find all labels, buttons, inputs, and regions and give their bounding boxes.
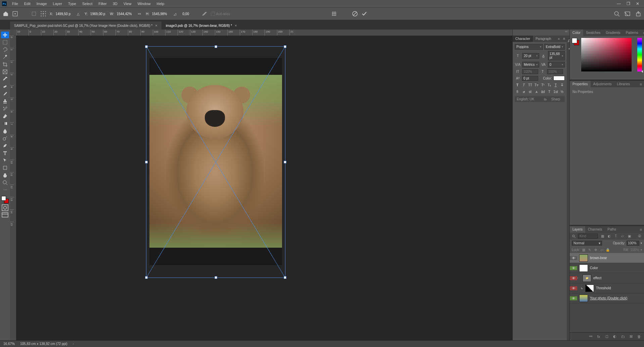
tab-paragraph[interactable]: Paragraph <box>533 36 554 42</box>
doc-tab-1[interactable]: SAMPLE_Pop_poster-psd-tshirt-SC.psd @ 16… <box>10 21 162 30</box>
layer-thumbnail[interactable] <box>579 295 588 302</box>
collapse-panels-icon[interactable]: ‹‹ <box>565 30 567 33</box>
color-fgbg-swatch[interactable] <box>572 38 579 45</box>
superscript[interactable]: T¹ <box>540 82 546 88</box>
properties-panel-menu[interactable]: ≡ <box>638 81 644 87</box>
tab-layers[interactable]: Layers <box>570 226 585 233</box>
link-wh-icon[interactable]: ⚯ <box>136 11 142 17</box>
tab-character[interactable]: Character <box>513 36 533 42</box>
lock-pixels-icon[interactable]: ✎ <box>588 248 592 252</box>
transform-handle-br[interactable] <box>284 276 286 279</box>
transform-handle-tl[interactable] <box>145 45 148 48</box>
lock-all-icon[interactable]: ▦ <box>582 248 586 252</box>
tab-swatches[interactable]: Swatches <box>583 30 603 36</box>
font-weight-select[interactable]: ExtraBold▾ <box>544 44 565 50</box>
menu-window[interactable]: Window <box>135 1 153 7</box>
leading-input[interactable]: 135,68 pt▾ <box>548 51 565 60</box>
history-brush-tool[interactable] <box>1 105 9 112</box>
layers-panel-menu[interactable]: ≡ <box>638 227 644 233</box>
crop-tool[interactable] <box>1 61 9 68</box>
h-value[interactable]: 1545,98% <box>150 11 168 16</box>
ot-half[interactable]: ½ <box>559 89 565 94</box>
tab-adjustments[interactable]: Adjustments <box>591 81 614 87</box>
menu-filter[interactable]: Filter <box>96 1 109 7</box>
opacity-input[interactable]: 100% <box>627 241 639 246</box>
edit-toolbar[interactable]: ⋯ <box>1 187 9 193</box>
underline[interactable]: T <box>553 82 558 88</box>
transform-handle-bl[interactable] <box>145 276 148 279</box>
layer-mask-icon[interactable]: ◻ <box>604 334 609 339</box>
faux-bold[interactable]: T <box>515 82 520 88</box>
fgbg-swatches[interactable] <box>1 196 9 203</box>
swap-xy-icon[interactable]: △ <box>75 11 81 17</box>
tab-channels[interactable]: Channels <box>585 226 605 233</box>
share-icon[interactable] <box>635 11 641 17</box>
skew-h-icon[interactable] <box>201 11 208 17</box>
pen-tool[interactable] <box>1 142 9 149</box>
tab-properties[interactable]: Properties <box>570 81 591 87</box>
layer-fx-icon[interactable]: fx <box>596 334 601 339</box>
menu-view[interactable]: View <box>121 1 134 7</box>
cancel-transform-icon[interactable] <box>352 11 358 17</box>
heal-tool[interactable] <box>1 83 9 90</box>
document-canvas[interactable] <box>149 58 282 265</box>
tracking-input[interactable]: 0▾ <box>548 62 565 67</box>
transform-ref-icon[interactable] <box>12 11 18 17</box>
adjustment-thumbnail[interactable] <box>585 285 594 292</box>
canvas-area[interactable]: 1001020304050607080901001101201301401501… <box>10 30 512 340</box>
workspace-icon[interactable] <box>625 11 631 17</box>
delete-layer-icon[interactable]: 🗑 <box>637 334 641 339</box>
wand-tool[interactable] <box>1 54 9 60</box>
w-value[interactable]: 1544,42% <box>115 11 133 16</box>
window-minimize[interactable]: — <box>614 0 623 7</box>
layer-row[interactable]: 👁 Color <box>570 263 644 273</box>
baseline-input[interactable]: 0 pt <box>522 76 538 81</box>
frame-tool[interactable] <box>1 68 9 75</box>
screenmode-toggle[interactable] <box>1 212 9 218</box>
kerning-select[interactable]: Metrics▾ <box>522 62 539 67</box>
ot-swash[interactable]: ᴀ <box>534 89 539 94</box>
filter-type-icon[interactable]: T <box>613 234 618 239</box>
dodge-tool[interactable] <box>1 135 9 142</box>
layer-row[interactable]: 👁 ↳ Threshold <box>570 283 644 293</box>
layer-row[interactable]: 👁 › 📁 effect <box>570 273 644 283</box>
zoom-tool[interactable] <box>1 179 9 186</box>
layer-visibility-toggle[interactable]: 👁 <box>570 256 577 260</box>
search-icon[interactable] <box>614 11 620 17</box>
ot-titling[interactable]: ād <box>540 89 546 94</box>
menu-file[interactable]: File <box>9 1 21 7</box>
layer-thumbnail[interactable] <box>579 264 588 272</box>
lock-position-icon[interactable]: ✥ <box>594 248 598 252</box>
move-tool[interactable] <box>1 32 9 38</box>
doc-dimensions[interactable]: 105,83 cm x 138,92 cm (72 ppi) <box>20 342 67 346</box>
warp-icon[interactable] <box>331 11 337 17</box>
doc-tab-2-close[interactable]: × <box>235 23 237 28</box>
font-family-select[interactable]: Poppins▾ <box>515 44 543 50</box>
layer-row[interactable]: 👁 Your photo (Double click) <box>570 293 644 303</box>
tab-patterns[interactable]: Patterns <box>623 30 641 36</box>
ot-fi[interactable]: fi <box>515 89 520 94</box>
gradient-tool[interactable] <box>1 120 9 127</box>
lasso-tool[interactable] <box>1 46 9 53</box>
link-layers-icon[interactable]: ⚯ <box>588 334 593 339</box>
aa-select[interactable]: Sharp <box>549 96 565 102</box>
new-adjustment-icon[interactable]: ◐ <box>612 334 617 339</box>
path-select-tool[interactable] <box>1 157 9 164</box>
quickmask-toggle[interactable] <box>1 205 9 211</box>
doc-tab-1-close[interactable]: × <box>155 23 157 28</box>
color-field[interactable] <box>581 38 632 71</box>
layer-filter-kind[interactable] <box>578 234 598 239</box>
ot-stylistic[interactable]: st <box>527 89 533 94</box>
menu-layer[interactable]: Layer <box>50 1 65 7</box>
transform-handle-mr[interactable] <box>284 161 286 163</box>
tab-gradients[interactable]: Gradients <box>603 30 623 36</box>
x-value[interactable]: 1499,50 p <box>54 11 72 16</box>
ot-contextual[interactable]: ơ <box>521 89 526 94</box>
filter-shape-icon[interactable]: ▱ <box>620 234 625 239</box>
layer-visibility-toggle[interactable]: 👁 <box>570 296 577 300</box>
layer-row[interactable]: 👁 brown-bear <box>570 253 644 263</box>
tab-color[interactable]: Color <box>570 30 583 36</box>
allcaps[interactable]: TT <box>527 82 533 88</box>
char-color-swatch[interactable] <box>553 76 565 81</box>
ruler-vertical[interactable]: 0123456789101112131415 <box>10 36 16 340</box>
